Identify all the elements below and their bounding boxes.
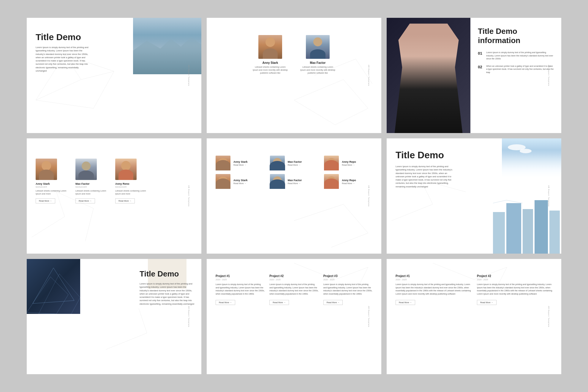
avatar-4-3	[115, 159, 137, 180]
project-8-3: Project #3 2020 - 2025 Lorem Ipsum is si…	[323, 274, 372, 305]
proj-title-8-1: Project #1	[216, 274, 265, 278]
person-card-4-3: Anny Reno MANAGER Letraset sheets contai…	[115, 159, 148, 203]
sky-image	[502, 138, 561, 177]
person-name-max: Max Factor	[310, 61, 326, 64]
desc-4-3: Letraset sheets containing Lorem Ipsum a…	[115, 189, 148, 195]
team-avatar-5-5	[270, 174, 285, 189]
proj-title-8-3: Project #3	[323, 274, 372, 278]
proj-date-9-1: 2020 - 2025	[396, 279, 471, 281]
team-avatar-5-2	[270, 156, 285, 170]
svg-rect-20	[493, 212, 505, 254]
read-more-4-1[interactable]: Read More →	[36, 198, 55, 203]
project-8-1: Project #1 2020 - 2025 Lorem Ipsum is si…	[216, 274, 265, 305]
side-label-5: AB Report Template	[368, 185, 370, 207]
team-read-5-6[interactable]: Read More →	[342, 182, 356, 184]
team-avatar-5-6	[324, 174, 339, 189]
slide-9: Project #1 2020 - 2025 Lorem Ipsum is si…	[387, 259, 561, 374]
svg-line-19	[331, 233, 368, 248]
read-more-4-2[interactable]: Read More →	[75, 198, 95, 203]
proj-date-8-2: 2020 - 2025	[269, 279, 318, 281]
proj-date-8-1: 2020 - 2025	[216, 279, 265, 281]
team-avatar-5-3	[324, 156, 339, 170]
proj-text-8-1: Lorem Ipsum is simply dummy text of the …	[216, 283, 265, 295]
team-name-5-2: Max Factor	[288, 160, 302, 163]
proj-text-9-2: Lorem Ipsum is simply dummy text of the …	[477, 283, 552, 295]
person-name-anny: Anny Stark	[263, 61, 278, 64]
slide-1-body: Lorem Ipsum is simply dummy text of the …	[36, 46, 89, 72]
side-label-3: AB Report Template	[548, 65, 550, 86]
read-more-4-3[interactable]: Read More →	[115, 198, 135, 203]
proj-title-9-1: Project #1	[396, 274, 471, 278]
fashion-silhouette	[391, 23, 466, 133]
team-read-5-5[interactable]: Read More →	[288, 182, 302, 184]
slide-7-body: Lorem Ipsum is simply dummy text of the …	[140, 282, 195, 306]
svg-line-3	[94, 71, 114, 108]
slide-2: Anny Stark Letraset sheets containing Lo…	[207, 18, 381, 133]
team-name-5-5: Max Factor	[288, 179, 302, 182]
read-more-9-2[interactable]: Read More →	[477, 300, 497, 305]
team-info-5-5: Max Factor Read More →	[288, 179, 302, 184]
side-label-9: AB Report Template	[548, 306, 550, 327]
svg-rect-21	[506, 203, 521, 254]
persons-row-4: Anny Stark MANAGER Letraset sheets conta…	[36, 159, 192, 203]
numbered-item-1: 01 Lorem Ipsum is simply dummy text of t…	[478, 51, 554, 61]
team-read-5-4[interactable]: Read More →	[233, 182, 248, 184]
read-more-8-1[interactable]: Read More →	[216, 300, 235, 305]
svg-line-17	[294, 204, 343, 221]
team-info-5-4: Anny Stark Read More →	[233, 179, 248, 184]
slide-6-body: Lorem Ipsum is simply dummy text of the …	[396, 165, 455, 188]
proj-date-8-3: 2020 - 2025	[323, 279, 372, 281]
project-9-2: Project #2 2020 - 2025 Lorem Ipsum is si…	[477, 274, 552, 305]
item-text-2: When an unknown printer took a galley of…	[486, 65, 554, 74]
team-name-5-3: Anny Repo	[342, 160, 356, 163]
side-label-6: AB Report Template	[548, 185, 550, 207]
project-9-1: Project #1 2020 - 2025 Lorem Ipsum is si…	[396, 274, 471, 305]
name-4-3: Anny Reno	[115, 182, 129, 185]
geo-svg-7	[27, 259, 80, 314]
team-avatar-5-1	[216, 156, 230, 170]
role-4-1: MANAGER	[36, 186, 47, 188]
svg-marker-32	[39, 274, 80, 314]
read-more-9-1[interactable]: Read More →	[396, 300, 415, 305]
slide-7-content: Title Demo Lorem Ipsum is simply dummy t…	[140, 269, 195, 306]
team-item-5-5: Max Factor Read More →	[270, 174, 318, 189]
team-read-5-3[interactable]: Read More →	[342, 164, 356, 166]
slide-6: Title Demo Lorem Ipsum is simply dummy t…	[387, 138, 561, 254]
buildings-svg	[490, 194, 561, 254]
team-avatar-5-4	[216, 174, 230, 189]
svg-line-4	[36, 100, 94, 108]
side-label-8: AB Report Template	[368, 306, 370, 327]
team-item-5-2: Max Factor Read More →	[270, 156, 318, 170]
slide-7: Title Demo Lorem Ipsum is simply dummy t…	[27, 259, 201, 374]
team-info-5-6: Anny Repo Read More →	[342, 179, 356, 184]
team-read-5-1[interactable]: Read More →	[233, 164, 248, 166]
slide-1: Title Demo Lorem Ipsum is simply dummy t…	[27, 18, 201, 133]
item-num-2: 02	[478, 65, 483, 74]
svg-line-10	[294, 100, 335, 125]
buildings-image	[490, 194, 561, 254]
read-more-8-2[interactable]: Read More →	[269, 300, 289, 305]
avatar-4-2	[75, 159, 97, 180]
slide-3-title: Title Demo information	[478, 27, 554, 45]
side-label-4: AB Report Template	[188, 185, 190, 207]
proj-date-9-2: 2020 - 2025	[477, 279, 552, 281]
slide-grid: Title Demo Lorem Ipsum is simply dummy t…	[24, 15, 564, 377]
team-item-5-6: Anny Repo Read More →	[324, 174, 372, 189]
svg-line-33	[106, 333, 147, 349]
proj-title-9-2: Project #2	[477, 274, 552, 278]
mountain-image	[133, 18, 201, 74]
person-desc-anny: Letraset sheets containing Lorem Ipsum a…	[252, 66, 288, 74]
svg-rect-24	[549, 211, 560, 254]
slide-8: Project #1 2020 - 2025 Lorem Ipsum is si…	[207, 259, 381, 374]
side-label-1: AB Report Template	[188, 65, 190, 86]
avatar-anny-stark	[258, 35, 282, 59]
person-desc-max: Letraset sheets containing Lorem Ipsum a…	[300, 66, 336, 74]
svg-line-13	[32, 216, 65, 237]
role-4-3: MANAGER	[115, 186, 127, 188]
team-read-5-2[interactable]: Read More →	[288, 164, 302, 166]
team-info-5-1: Anny Stark Read More →	[233, 160, 248, 166]
desc-4-2: Letraset sheets containing Lorem Ipsum a…	[75, 189, 108, 195]
item-text-1: Lorem Ipsum is simply dummy text of the …	[486, 51, 554, 61]
svg-line-16	[85, 208, 94, 241]
read-more-8-3[interactable]: Read More →	[323, 300, 343, 305]
